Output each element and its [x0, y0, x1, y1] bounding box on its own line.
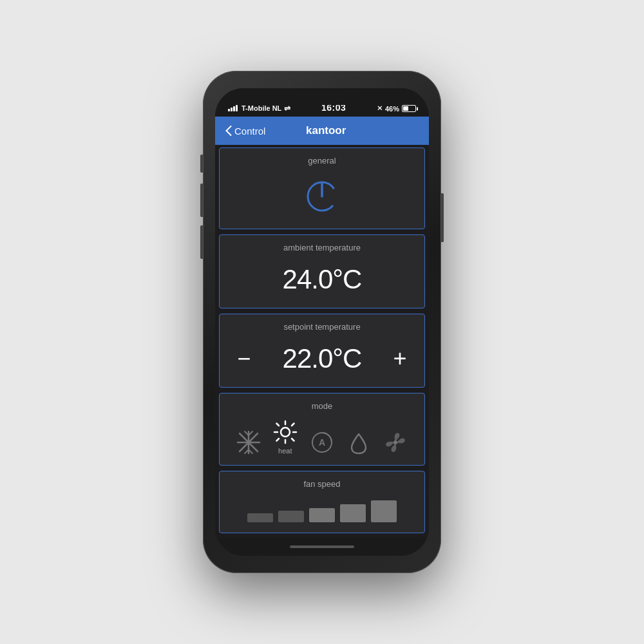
mode-section: mode: [219, 393, 425, 466]
phone-frame: T-Mobile NL ⇌ 16:03 ⨯ 46% Control: [203, 71, 441, 573]
content-area: general ambient temperature 24.0°C setpo…: [215, 145, 429, 538]
fan-bar-5[interactable]: [371, 500, 397, 522]
notch: [280, 88, 364, 105]
back-button[interactable]: Control: [225, 126, 265, 137]
status-right: ⨯ 46%: [377, 104, 416, 113]
fan-bar-3[interactable]: [309, 508, 335, 522]
setpoint-value: 22.0°C: [283, 343, 362, 374]
mode-title: mode: [230, 401, 414, 411]
status-left: T-Mobile NL ⇌: [228, 104, 290, 113]
setpoint-section: setpoint temperature − 22.0°C +: [219, 314, 425, 388]
power-icon[interactable]: [303, 177, 341, 216]
fan-icon: [383, 430, 408, 455]
wifi-icon: ⇌: [284, 104, 290, 113]
svg-point-10: [281, 428, 290, 437]
mode-item-dry[interactable]: [346, 430, 371, 455]
ambient-section: ambient temperature 24.0°C: [219, 234, 425, 308]
mode-item-fan[interactable]: [383, 430, 408, 455]
mode-icons: heat A: [230, 417, 414, 457]
svg-line-17: [292, 424, 294, 426]
battery-pct: 46%: [385, 105, 399, 113]
mode-item-cool[interactable]: [236, 430, 261, 455]
signal-bar-4: [236, 105, 238, 111]
fan-speed-title: fan speed: [230, 479, 414, 489]
back-label: Control: [234, 126, 265, 137]
heat-label: heat: [278, 447, 292, 455]
signal-bar-2: [231, 108, 232, 111]
svg-line-15: [276, 424, 279, 426]
volume-down-button[interactable]: [200, 225, 203, 259]
volume-silent-button[interactable]: [200, 155, 203, 173]
signal-bar-3: [233, 106, 235, 111]
svg-line-16: [292, 439, 294, 441]
power-side-button[interactable]: [441, 193, 444, 242]
power-button-wrapper[interactable]: [230, 172, 414, 221]
signal-bar-1: [228, 109, 230, 111]
increase-temp-button[interactable]: +: [386, 345, 414, 373]
bluetooth-icon: ⨯: [377, 104, 383, 113]
svg-text:A: A: [319, 437, 325, 448]
battery-indicator: [402, 105, 416, 112]
snowflake-icon: [236, 430, 261, 455]
nav-bar: Control kantoor: [215, 117, 429, 145]
battery-fill: [403, 106, 408, 111]
fan-bar-2[interactable]: [278, 511, 304, 522]
fan-bar-1[interactable]: [247, 513, 273, 522]
home-indicator[interactable]: [215, 538, 429, 556]
decrease-temp-button[interactable]: −: [230, 345, 258, 373]
general-title: general: [230, 156, 414, 166]
phone-screen: T-Mobile NL ⇌ 16:03 ⨯ 46% Control: [215, 88, 429, 556]
fan-speed-bars: [230, 495, 414, 525]
battery-body: [402, 105, 416, 112]
volume-up-button[interactable]: [200, 184, 203, 217]
setpoint-title: setpoint temperature: [230, 322, 414, 332]
fan-speed-section: fan speed: [219, 471, 425, 533]
fan-bar-4[interactable]: [340, 504, 366, 522]
ambient-value: 24.0°C: [230, 259, 414, 300]
setpoint-controls: − 22.0°C +: [230, 338, 414, 379]
sun-icon: [273, 420, 298, 444]
mode-item-heat[interactable]: heat: [273, 420, 298, 455]
carrier-name: T-Mobile NL: [242, 104, 281, 112]
signal-bars: [228, 105, 238, 111]
page-title: kantoor: [265, 124, 386, 137]
auto-icon: A: [310, 430, 334, 455]
general-section: general: [219, 147, 425, 229]
home-line: [290, 545, 354, 548]
drop-icon: [346, 430, 371, 455]
ambient-title: ambient temperature: [230, 243, 414, 252]
svg-line-18: [276, 439, 279, 441]
mode-item-auto[interactable]: A: [310, 430, 334, 455]
